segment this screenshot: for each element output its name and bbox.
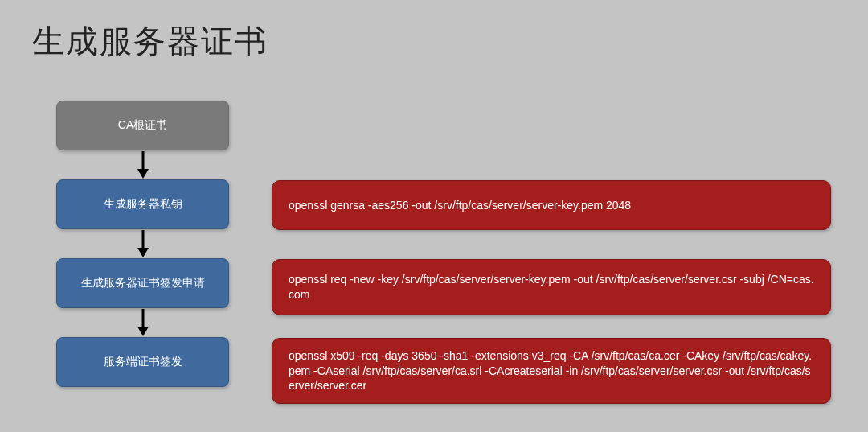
svg-marker-3	[137, 248, 149, 257]
arrow-down-icon	[56, 229, 229, 258]
node-label: CA根证书	[118, 118, 167, 133]
node-gen-server-key: 生成服务器私钥	[56, 179, 229, 229]
node-ca-root: CA根证书	[56, 101, 229, 150]
command-sign-cert: openssl x509 -req -days 3650 -sha1 -exte…	[272, 338, 831, 404]
arrow-down-icon	[56, 150, 229, 179]
node-sign-server-cert: 服务端证书签发	[56, 337, 229, 387]
svg-marker-1	[137, 169, 149, 179]
command-gen-csr: openssl req -new -key /srv/ftp/cas/serve…	[272, 259, 831, 315]
command-text: openssl genrsa -aes256 -out /srv/ftp/cas…	[289, 198, 631, 213]
page-title: 生成服务器证书	[32, 19, 268, 64]
command-gen-key: openssl genrsa -aes256 -out /srv/ftp/cas…	[272, 180, 831, 230]
node-label: 生成服务器证书签发申请	[81, 276, 205, 290]
arrow-down-icon	[56, 308, 229, 337]
node-gen-server-csr: 生成服务器证书签发申请	[56, 258, 229, 308]
command-text: openssl x509 -req -days 3650 -sha1 -exte…	[289, 348, 814, 394]
command-text: openssl req -new -key /srv/ftp/cas/serve…	[289, 272, 814, 302]
flow-column: CA根证书 生成服务器私钥 生成服务器证书签发申请 服务端证书签发	[56, 101, 229, 387]
node-label: 服务端证书签发	[104, 355, 182, 369]
node-label: 生成服务器私钥	[104, 197, 182, 212]
svg-marker-5	[137, 327, 149, 336]
